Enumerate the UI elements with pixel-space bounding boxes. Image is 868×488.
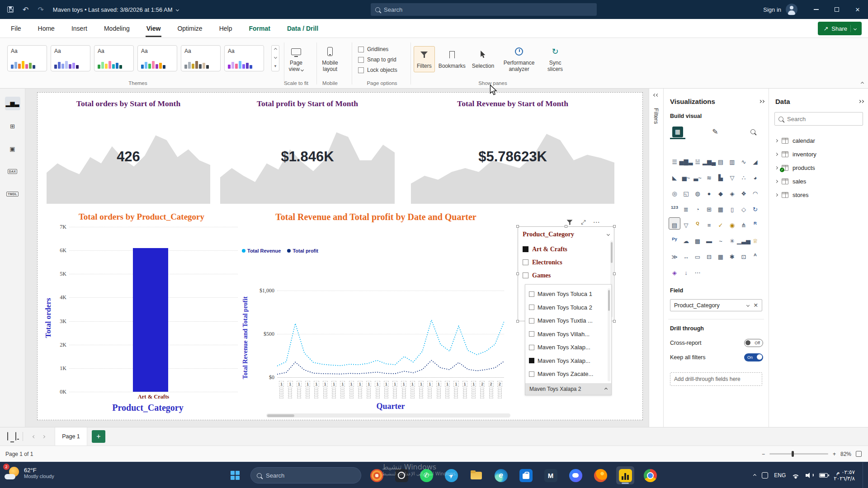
volume-icon[interactable] <box>806 472 813 479</box>
line-chart-visual[interactable]: Total Revenue and Total profit by Date a… <box>239 212 520 421</box>
keep-all-filters-toggle[interactable]: On <box>744 353 763 361</box>
bar-chart-visual[interactable]: Total orders by Product_Category Total o… <box>44 212 239 419</box>
minimize-button[interactable] <box>806 0 826 19</box>
whatsapp-icon[interactable]: ✆ <box>417 466 435 484</box>
desktop-view-icon[interactable] <box>7 432 8 441</box>
collapse-ribbon-icon[interactable] <box>861 82 864 85</box>
visual-type-award-visual[interactable]: ♕ <box>750 234 761 245</box>
zoom-slider[interactable] <box>769 453 828 455</box>
visual-type-heatmap[interactable]: ▦ <box>715 249 726 261</box>
chat-app-icon[interactable] <box>566 466 585 484</box>
sync-slicers-button[interactable]: ↻ Sync slicers <box>541 43 569 75</box>
visual-type-power-automate[interactable]: ↻ <box>750 202 761 213</box>
add-page-button[interactable]: + <box>92 430 105 443</box>
visual-type-clustered-column-chart[interactable]: ▂▆▄ <box>704 155 715 166</box>
data-table-products[interactable]: ✓products <box>769 161 868 174</box>
store-slicer-visual[interactable]: Maven Toys Toluca 1Maven Toys Toluca 2Ma… <box>525 284 612 395</box>
theme-card-4[interactable]: Aa <box>137 45 177 71</box>
visual-type-sankey-chart[interactable]: ≫ <box>669 249 680 261</box>
dax-query-view-button[interactable]: DAX <box>5 164 20 178</box>
visual-type-stacked-column-chart[interactable]: ▅▇▃ <box>681 155 692 166</box>
menu-tab-file[interactable]: File <box>10 20 22 37</box>
theme-card-5[interactable]: Aa <box>181 45 221 71</box>
legend-item-total-profit[interactable]: Total profit <box>287 248 318 253</box>
language-indicator[interactable]: ENG <box>774 472 786 479</box>
menu-tab-data-drill[interactable]: Data / Drill <box>286 20 319 37</box>
menu-tab-optimize[interactable]: Optimize <box>176 20 203 37</box>
visual-type-map[interactable]: ◍ <box>692 186 703 197</box>
copilot-icon[interactable] <box>368 466 386 484</box>
maximize-button[interactable] <box>826 0 847 19</box>
visual-type-narrative[interactable]: ≡ <box>704 218 715 229</box>
visual-type-scatter-chart[interactable]: ∴ <box>738 170 749 182</box>
menu-tab-format[interactable]: Format <box>248 20 271 37</box>
data-table-inventory[interactable]: inventory <box>769 147 868 161</box>
visual-type-python-visual[interactable]: Py <box>669 234 680 245</box>
visual-type-paginated-report[interactable]: ▯ <box>727 202 738 213</box>
visual-type-treemap[interactable]: ◱ <box>681 186 692 197</box>
visual-type-tornado-chart[interactable]: ⊟ <box>704 249 715 261</box>
visual-type-stacked-area-chart[interactable]: ◣ <box>669 170 680 182</box>
menu-tab-view[interactable]: View <box>146 20 162 37</box>
bookmarks-pane-button[interactable]: Bookmarks <box>436 47 468 72</box>
visual-type-clustered-bar-chart[interactable]: ☱ <box>692 155 703 166</box>
menu-tab-help[interactable]: Help <box>218 20 233 37</box>
search-input[interactable] <box>384 6 592 13</box>
performance-analyzer-button[interactable]: Performance analyzer <box>498 43 540 75</box>
global-search[interactable] <box>371 3 597 16</box>
show-desktop-button[interactable] <box>863 462 864 488</box>
drill-through-field-well[interactable]: Add drill-through fields here <box>670 372 762 386</box>
kpi-total-revenue[interactable]: Total Revenue by Start of Month $5.78623… <box>411 95 614 204</box>
visual-type-100-stacked-bar-chart[interactable]: ▤ <box>715 155 726 166</box>
undo-icon[interactable]: ↶ <box>23 5 28 14</box>
bar-art-and-crafts[interactable] <box>133 248 168 392</box>
cross-report-toggle[interactable]: Off <box>744 339 763 347</box>
visual-type-key-influencers[interactable]: ◉ <box>727 218 738 229</box>
resize-handle[interactable] <box>565 225 567 228</box>
gallery-more-icon[interactable]: ▾ <box>274 64 277 68</box>
visual-type-table[interactable]: ⊞ <box>704 202 715 213</box>
page-view-button[interactable]: Page view <box>281 43 311 75</box>
visual-type-stacked-bar-chart[interactable]: ☰ <box>669 155 680 166</box>
slicer-scrollbar[interactable] <box>608 288 610 381</box>
filters-pane-button[interactable]: Filters <box>414 46 435 72</box>
resize-handle[interactable] <box>613 225 616 228</box>
visual-type-dropdown-slicer[interactable]: ▽ <box>681 218 692 229</box>
visual-type-qa-visual[interactable]: Q <box>692 218 703 229</box>
visual-type-area-chart[interactable]: ◢ <box>750 155 761 166</box>
menu-tab-modeling[interactable]: Modeling <box>103 20 131 37</box>
redo-icon[interactable]: ↷ <box>38 5 43 14</box>
visual-type-matrix[interactable]: ▦ <box>715 202 726 213</box>
filters-pane-collapsed[interactable]: Filters <box>649 89 663 427</box>
visual-type-multi-row-card[interactable]: ≣ <box>681 202 692 213</box>
slicer-item-maven-toys-zacate[interactable]: Maven Toys Zacate... <box>529 367 608 381</box>
slicer-item-maven-toys-toluca-2[interactable]: Maven Toys Toluca 2 <box>529 301 608 314</box>
visual-type-line-and-stacked-column-chart[interactable]: ▅~ <box>681 170 692 182</box>
visual-type-calendar-visual[interactable]: ⊡ <box>738 249 749 261</box>
visual-type-slicer[interactable]: ▤ <box>669 218 680 229</box>
resize-handle[interactable] <box>613 272 616 275</box>
visual-type-sparkline[interactable]: ~ <box>715 234 726 245</box>
document-title[interactable]: Maven toys • Last saved: 3/8/2026 at 1:5… <box>53 6 179 13</box>
kpi-total-profit[interactable]: Total profit by Start of Month $1.846K <box>220 95 395 204</box>
expand-chevron-icon[interactable] <box>775 179 778 183</box>
next-page-icon[interactable] <box>42 435 45 438</box>
hidden-icons-chevron[interactable] <box>753 474 756 477</box>
gallery-up-icon[interactable] <box>274 48 277 51</box>
firefox-icon[interactable] <box>591 466 609 484</box>
legend-item-total-revenue[interactable]: Total Revenue <box>242 248 281 253</box>
page-tab-page-1[interactable]: Page 1 <box>55 427 87 446</box>
fit-to-page-icon[interactable] <box>856 451 862 457</box>
visual-type-decomposition-tree[interactable]: ⋔ <box>738 218 749 229</box>
tray-app-icon[interactable] <box>762 472 768 479</box>
visual-type-metrics[interactable]: ✓ <box>715 218 726 229</box>
mobile-layout-button[interactable]: Mobile layout <box>316 43 344 75</box>
visual-type-shape-map[interactable]: ◆ <box>715 186 726 197</box>
visual-type-import-visual[interactable]: ↓ <box>681 265 692 277</box>
lock-objects-checkbox[interactable]: Lock objects <box>358 67 397 73</box>
taskbar-search-input[interactable] <box>266 472 355 479</box>
visual-type-r-script-visual[interactable]: R <box>750 218 761 229</box>
more-options-icon[interactable]: ⋯ <box>593 218 600 226</box>
visual-type-ribbon-chart[interactable]: ≋ <box>704 170 715 182</box>
field-pill[interactable]: Product_Category ✕ <box>670 299 762 311</box>
